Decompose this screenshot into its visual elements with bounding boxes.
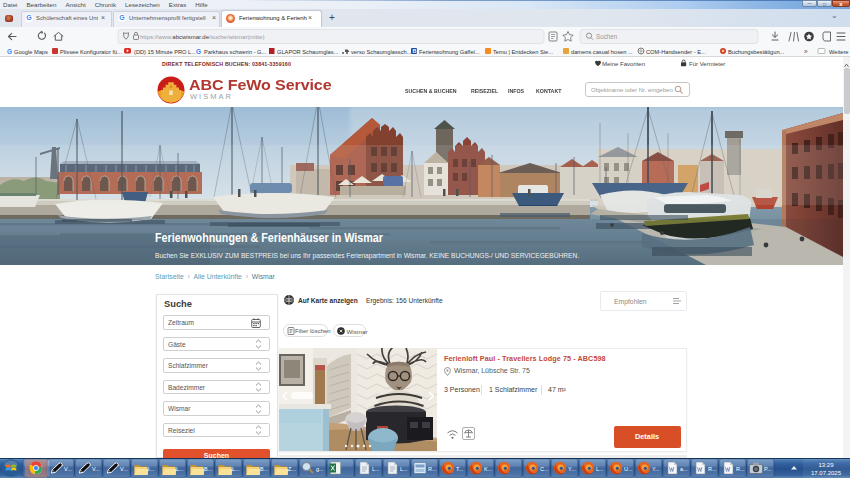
svg-text:a...: a... [680, 466, 688, 472]
svg-text:K...: K... [484, 466, 493, 472]
svg-text:damens casual hosen ...: damens casual hosen ... [571, 49, 633, 55]
svg-text:L...: L... [176, 466, 184, 472]
svg-text:V...: V... [64, 466, 72, 472]
svg-text:Y...: Y... [652, 466, 660, 472]
svg-text:GLAPOR Schaumglas...: GLAPOR Schaumglas... [277, 49, 339, 55]
svg-text:U...: U... [624, 466, 633, 472]
svg-text:Buchungsbestätigun...: Buchungsbestätigun... [728, 49, 785, 55]
svg-text:Temu | Entdecken Sie...: Temu | Entdecken Sie... [493, 49, 553, 55]
svg-text:Parkhaus schwerin - G...: Parkhaus schwerin - G... [204, 49, 267, 55]
svg-text:Ferienwohnungen & Ferienhäuser: Ferienwohnungen & Ferienhäuser in Wismar [155, 230, 383, 245]
svg-text:Weitere Lesezeichen: Weitere Lesezeichen [829, 49, 850, 55]
svg-text:Meine Favoriten: Meine Favoriten [602, 61, 645, 67]
svg-text:V...: V... [92, 466, 100, 472]
svg-text:P...: P... [764, 466, 772, 472]
svg-text:B...: B... [260, 466, 269, 472]
svg-text:L...: L... [400, 466, 408, 472]
svg-text:COM-Handsender - E...: COM-Handsender - E... [646, 49, 706, 55]
svg-text:B...: B... [204, 466, 213, 472]
svg-text:https://www.abcwismar.de/suche: https://www.abcwismar.de/suche/wismar(mi… [140, 34, 264, 40]
svg-text:C...: C... [540, 466, 549, 472]
svg-text:Buchen Sie EXKLUSIV ZUM BESTPR: Buchen Sie EXKLUSIV ZUM BESTPREIS bei un… [155, 252, 579, 260]
svg-text:verso Schaumglassch...: verso Schaumglassch... [351, 49, 412, 55]
svg-text:Plissee Konfigurator fü...: Plissee Konfigurator fü... [60, 49, 122, 55]
svg-text:B: B [412, 48, 416, 54]
svg-text:13:29: 13:29 [818, 462, 834, 468]
svg-text:L...: L... [232, 466, 240, 472]
svg-text:G: G [7, 48, 12, 55]
svg-text:L...: L... [372, 466, 380, 472]
svg-text:g...: g... [316, 466, 324, 472]
svg-text:(DD) 15 Minute PRO L...: (DD) 15 Minute PRO L... [134, 49, 196, 55]
svg-text:T...: T... [456, 466, 464, 472]
svg-text:Google Maps: Google Maps [14, 49, 48, 55]
svg-text:G: G [196, 48, 201, 55]
svg-text:R...: R... [428, 466, 437, 472]
svg-text:Suchen: Suchen [596, 33, 618, 40]
svg-text:17.07.2025: 17.07.2025 [811, 470, 842, 476]
svg-text:»: » [804, 48, 808, 55]
svg-text:Y...: Y... [568, 466, 576, 472]
svg-text:I...: I... [148, 466, 155, 472]
svg-text:V...: V... [120, 466, 128, 472]
svg-text:Ferienwohnung Gaffel...: Ferienwohnung Gaffel... [419, 49, 480, 55]
svg-text:R...: R... [736, 466, 745, 472]
svg-text:L...: L... [596, 466, 604, 472]
svg-text:R...: R... [708, 466, 717, 472]
svg-text:Z...: Z... [288, 466, 296, 472]
svg-text:Für Vermieter: Für Vermieter [689, 61, 725, 67]
